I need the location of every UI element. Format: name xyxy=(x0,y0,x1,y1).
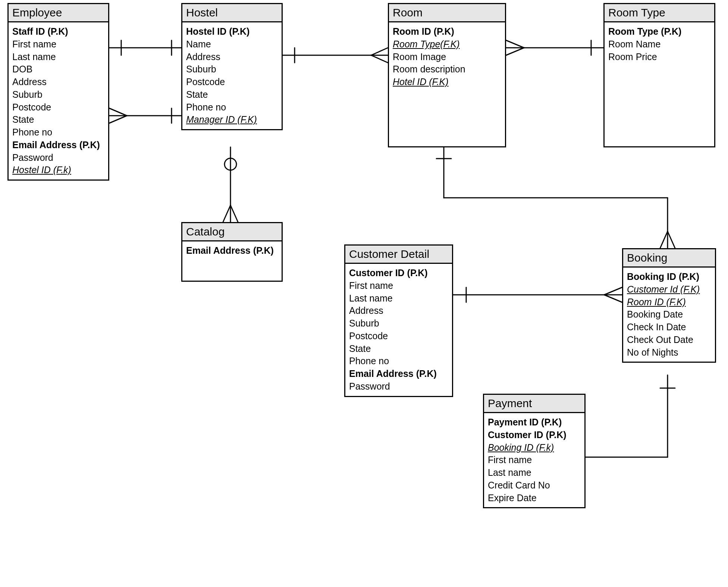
attribute: Room Price xyxy=(608,51,710,63)
attribute: Address xyxy=(349,305,448,317)
entity-body-booking: Booking ID (P.K)Customer Id (F.K)Room ID… xyxy=(623,268,715,362)
attribute: Postcode xyxy=(349,330,448,343)
attribute: Phone no xyxy=(12,126,104,139)
attribute: Customer ID (P.K) xyxy=(488,429,581,441)
entity-title: Employee xyxy=(9,4,108,22)
attribute: Phone no xyxy=(349,355,448,368)
entity-title: Payment xyxy=(484,395,584,413)
attribute: State xyxy=(186,88,278,101)
entity-title: Catalog xyxy=(182,223,282,241)
attribute: Suburb xyxy=(349,317,448,330)
attribute: Phone no xyxy=(186,101,278,114)
attribute: Postcode xyxy=(186,76,278,88)
attribute: Suburb xyxy=(186,63,278,76)
attribute: No of Nights xyxy=(627,346,711,359)
attribute: Booking ID (P.K) xyxy=(627,271,711,283)
attribute: Name xyxy=(186,38,278,51)
attribute: First name xyxy=(488,454,581,466)
attribute: Room ID (P.K) xyxy=(393,25,501,38)
attribute: Payment ID (P.K) xyxy=(488,416,581,429)
entity-hostel: Hostel Hostel ID (P.K)NameAddressSuburbP… xyxy=(181,3,283,130)
entity-customer: Customer Detail Customer ID (P.K)First n… xyxy=(344,244,453,397)
attribute: Hotel ID (F.K) xyxy=(393,76,501,88)
attribute: Postcode xyxy=(12,101,104,114)
attribute: Last name xyxy=(349,292,448,305)
attribute: Customer ID (P.K) xyxy=(349,267,448,280)
entity-booking: Booking Booking ID (P.K)Customer Id (F.K… xyxy=(622,248,716,363)
attribute: Room ID (F.K) xyxy=(627,296,711,309)
attribute: DOB xyxy=(12,63,104,76)
attribute: Hostel ID (F.k) xyxy=(12,164,104,177)
entity-body-roomtype: Room Type (P.K)Room NameRoom Price xyxy=(605,22,714,66)
entity-body-hostel: Hostel ID (P.K)NameAddressSuburbPostcode… xyxy=(182,22,282,129)
attribute: Booking Date xyxy=(627,308,711,321)
attribute: Email Address (P.K) xyxy=(12,139,104,152)
entity-payment: Payment Payment ID (P.K)Customer ID (P.K… xyxy=(483,394,586,508)
entity-body-room: Room ID (P.K)Room Type(F.K)Room ImageRoo… xyxy=(389,22,505,91)
entity-body-payment: Payment ID (P.K)Customer ID (P.K)Booking… xyxy=(484,413,584,507)
attribute: Last name xyxy=(12,51,104,63)
attribute: Address xyxy=(12,76,104,88)
entity-title: Room Type xyxy=(605,4,714,22)
entity-title: Room xyxy=(389,4,505,22)
entity-body-employee: Staff ID (P.K)First nameLast nameDOBAddr… xyxy=(9,22,108,179)
attribute: Customer Id (F.K) xyxy=(627,283,711,296)
entity-catalog: Catalog Email Address (P.K) xyxy=(181,222,283,282)
attribute: Room Type(F.K) xyxy=(393,38,501,51)
attribute: First name xyxy=(349,280,448,292)
entity-title: Customer Detail xyxy=(345,246,452,264)
attribute: Staff ID (P.K) xyxy=(12,25,104,38)
attribute: First name xyxy=(12,38,104,51)
attribute: Check Out Date xyxy=(627,334,711,346)
entity-title: Booking xyxy=(623,249,715,268)
attribute: Check In Date xyxy=(627,321,711,334)
attribute: Email Address (P.K) xyxy=(186,244,278,257)
entity-room: Room Room ID (P.K)Room Type(F.K)Room Ima… xyxy=(388,3,506,147)
svg-point-10 xyxy=(225,158,236,170)
attribute: Credit Card No xyxy=(488,479,581,492)
attribute: Address xyxy=(186,51,278,63)
entity-roomtype: Room Type Room Type (P.K)Room NameRoom P… xyxy=(603,3,715,147)
attribute: Room Type (P.K) xyxy=(608,25,710,38)
er-diagram-canvas: Employee Staff ID (P.K)First nameLast na… xyxy=(0,0,728,587)
entity-body-customer: Customer ID (P.K)First nameLast nameAddr… xyxy=(345,264,452,396)
attribute: Room Name xyxy=(608,38,710,51)
attribute: Email Address (P.K) xyxy=(349,368,448,380)
attribute: State xyxy=(349,343,448,355)
attribute: Hostel ID (P.K) xyxy=(186,25,278,38)
attribute: Booking ID (F.k) xyxy=(488,441,581,454)
entity-title: Hostel xyxy=(182,4,282,22)
attribute: Password xyxy=(12,152,104,164)
attribute: Last name xyxy=(488,466,581,479)
attribute: State xyxy=(12,113,104,126)
attribute: Suburb xyxy=(12,88,104,101)
attribute: Room Image xyxy=(393,51,501,63)
attribute: Password xyxy=(349,380,448,393)
attribute: Room description xyxy=(393,63,501,76)
attribute: Expire Date xyxy=(488,492,581,505)
entity-body-catalog: Email Address (P.K) xyxy=(182,241,282,260)
entity-employee: Employee Staff ID (P.K)First nameLast na… xyxy=(7,3,109,181)
attribute: Manager ID (F.K) xyxy=(186,113,278,126)
